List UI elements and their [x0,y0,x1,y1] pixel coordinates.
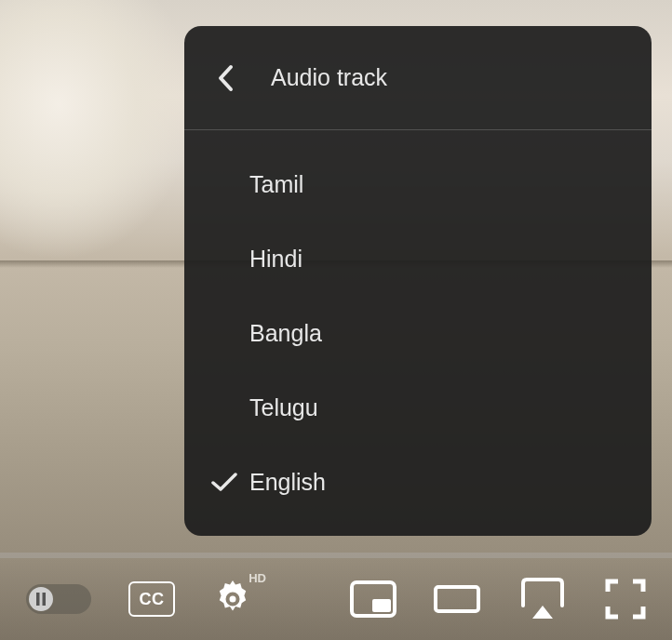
cc-icon: CC [128,581,175,617]
audio-option-tamil[interactable]: Tamil [184,147,652,221]
menu-back-button[interactable]: Audio track [184,26,652,130]
audio-option-bangla[interactable]: Bangla [184,296,652,370]
audio-option-telugu[interactable]: Telugu [184,370,652,445]
settings-button[interactable]: HD [212,579,253,620]
audio-option-hindi[interactable]: Hindi [184,221,652,296]
audio-track-menu: Audio track Tamil Hindi Bangla Telugu En… [184,26,652,536]
audio-option-english[interactable]: English [184,445,652,519]
autoplay-toggle[interactable] [26,584,91,614]
subtitles-button[interactable]: CC [128,581,175,617]
fullscreen-button[interactable] [605,579,646,620]
hd-badge: HD [249,571,266,585]
theater-icon [434,585,480,613]
video-content-area [0,0,195,260]
airplay-icon [517,578,568,620]
pause-icon [29,587,53,611]
audio-option-label: Telugu [249,394,318,421]
gear-icon [212,579,253,620]
audio-option-label: Bangla [249,320,322,347]
video-controls-bar: CC HD [0,558,672,640]
miniplayer-button[interactable] [350,580,396,618]
menu-title: Audio track [271,64,387,91]
airplay-button[interactable] [517,578,568,620]
miniplayer-icon [350,580,396,618]
svg-rect-1 [43,593,47,606]
svg-rect-3 [372,599,391,612]
check-icon [199,471,249,493]
svg-rect-0 [36,593,40,606]
theater-mode-button[interactable] [434,585,480,613]
cc-label: CC [140,590,165,609]
fullscreen-icon [605,579,646,620]
audio-option-label: Hindi [249,246,302,273]
audio-option-label: English [249,469,326,496]
menu-items-list: Tamil Hindi Bangla Telugu English [184,130,652,519]
audio-option-label: Tamil [249,171,303,198]
svg-rect-4 [436,587,478,611]
chevron-left-icon [210,63,240,93]
